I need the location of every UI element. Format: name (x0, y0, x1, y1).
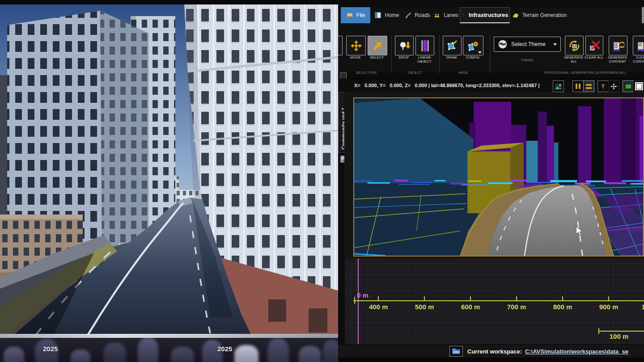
layers-view-button[interactable] (583, 80, 594, 92)
ruler-tick-label: 500 m (407, 303, 442, 311)
editor-pane: File Home Roads Lanes Infrastructures Te… (338, 0, 644, 362)
workspace-label: Current workspace: (467, 348, 522, 355)
ruler-tick-label: 800 m (545, 303, 580, 311)
object-group-label: Object (396, 71, 434, 75)
tab-home-label: Home (385, 12, 399, 18)
road-icon (404, 12, 411, 19)
white-display-button[interactable] (633, 80, 644, 92)
select-button[interactable] (368, 36, 387, 55)
clear-content-icon (636, 40, 644, 52)
navigate-button[interactable] (608, 80, 619, 92)
ruler-tick (470, 296, 471, 300)
text-tool-icon: T (602, 83, 605, 90)
linear-object-button[interactable] (415, 36, 434, 55)
scale-bar-tick (598, 328, 599, 334)
terrain-icon (512, 12, 519, 19)
procgen-group-label: Procedural Generation (Experimental) (530, 71, 640, 75)
ruler-tick-label: 1000 m (635, 303, 644, 311)
generate-content-icon (612, 40, 624, 52)
clear-all-icon (589, 40, 601, 52)
generate-all-icon (568, 40, 580, 52)
drop-button[interactable] (395, 36, 414, 55)
move-arrows-icon (350, 40, 362, 52)
theme-select-dropdown[interactable]: Select Theme (494, 37, 561, 52)
image-icon (555, 83, 562, 90)
tab-partial (642, 7, 644, 23)
tab-infrastructures-label: Infrastructures (469, 12, 508, 18)
pause-view-button[interactable] (572, 80, 584, 92)
render-view-3d-city[interactable]: 2025 2025 (0, 0, 338, 362)
file-menu-icon (346, 12, 353, 19)
clear-content-label: Clear Content (629, 55, 644, 64)
generate-content-button[interactable] (609, 36, 627, 55)
ruler-tick-label: 700 m (499, 303, 534, 311)
green-display-button[interactable] (623, 80, 634, 92)
white-square-icon (636, 84, 642, 89)
tab-infrastructures[interactable]: Infrastructures (460, 7, 510, 23)
ruler-axis-line (353, 300, 644, 301)
tab-file-label: File (356, 12, 365, 18)
compass-icon (610, 83, 618, 90)
ruler-end-tick (354, 297, 355, 304)
bottom-strip (338, 358, 644, 362)
panel-pin-icon[interactable] (340, 72, 347, 79)
select-arrow-icon (372, 40, 384, 52)
pause-icon (576, 84, 580, 89)
ruler-tick (562, 296, 563, 300)
move-button[interactable] (346, 36, 366, 55)
clear-content-button[interactable] (633, 36, 644, 55)
tab-file[interactable]: File (341, 7, 370, 23)
clear-all-button[interactable] (585, 36, 603, 55)
tab-roads-label: Roads (415, 12, 430, 18)
ruler-tick-label: 400 m (360, 303, 396, 311)
draw-button[interactable] (443, 36, 462, 55)
clipped-button (338, 36, 343, 55)
group-separator (439, 35, 440, 73)
home-icon (374, 12, 381, 19)
origin-marker-line (358, 258, 359, 344)
config-gear-icon (467, 40, 479, 52)
text-tool-button[interactable]: T (597, 80, 609, 92)
theme-group-label: Theme (509, 58, 545, 62)
generate-content-label: Generate Content (605, 55, 630, 64)
ruler-tick-label: 900 m (591, 303, 627, 311)
viewport-3d[interactable] (353, 97, 644, 257)
infrastructures-icon (462, 12, 466, 18)
cursor-coordinates: X= 0.000, Y= 0.000, Z= 0.000 | lat=48.86… (354, 83, 539, 88)
profile-ruler-panel[interactable]: 400 m 500 m 600 m 700 m 800 m 900 m 1000… (345, 258, 644, 344)
workspace-path-link[interactable]: C:\AVSimulation\workspaces\data_se (525, 348, 628, 355)
tab-lanes-label: Lanes (444, 12, 458, 18)
ruler-tick-label: 600 m (453, 303, 488, 311)
config-label: Config (460, 55, 485, 59)
tab-roads[interactable]: Roads (403, 7, 431, 23)
image-view-button[interactable] (553, 80, 564, 92)
folder-icon (452, 348, 461, 355)
config-button[interactable] (463, 36, 483, 55)
application-window: 2025 2025 File Home Roads Lanes (0, 0, 644, 362)
theme-dropdown-caret (553, 43, 557, 46)
workspace-statusbar: Current workspace: C:\AVSimulation\works… (338, 344, 644, 358)
green-rect-icon (626, 84, 631, 88)
generate-all-button[interactable] (565, 36, 584, 55)
scale-bar-label: 100 m (601, 333, 637, 340)
tab-terrain-generation[interactable]: Terrain Generation (510, 7, 569, 23)
watermark-2025: 2025 (43, 345, 58, 353)
workspace-folder-button[interactable] (449, 346, 463, 357)
watermark-2025: 2025 (217, 345, 232, 353)
ruler-tick (608, 296, 609, 300)
globe-icon (498, 39, 508, 49)
select-label: Select (364, 55, 390, 59)
linear-object-icon (419, 40, 431, 52)
ribbon: File Home Roads Lanes Infrastructures Te… (338, 7, 644, 72)
draw-area-icon (446, 40, 458, 52)
ruler-tick (424, 296, 425, 300)
tab-home[interactable]: Home (372, 7, 402, 23)
ruler-origin-label: 0 m (357, 291, 369, 299)
layers-icon (586, 84, 592, 89)
tab-lanes[interactable]: Lanes (433, 7, 459, 23)
drop-tree-icon (398, 40, 411, 52)
linear-object-label: Linear Object (413, 55, 436, 64)
reflection-strip (0, 334, 338, 338)
tab-terrain-label: Terrain Generation (522, 12, 567, 18)
lanes-icon (433, 12, 441, 19)
